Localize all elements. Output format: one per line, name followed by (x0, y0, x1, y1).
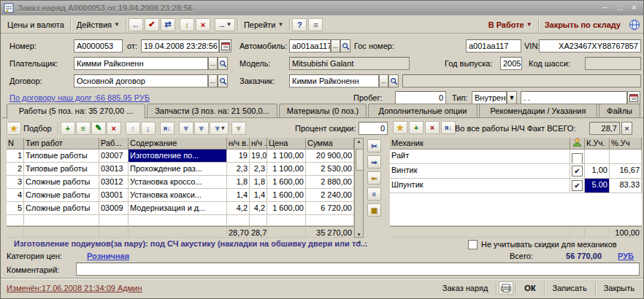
reread-icon[interactable]: ← (129, 18, 143, 31)
cell[interactable]: 4 (7, 189, 24, 202)
customer-choose-button[interactable]: ... (379, 74, 388, 88)
ok-button[interactable]: ОК (518, 279, 541, 297)
cell[interactable]: 2 530,00 (306, 163, 354, 176)
cell[interactable]: Шпунтик (390, 179, 570, 193)
print-icon[interactable] (499, 281, 513, 295)
clear-filter-icon[interactable]: ▼ (231, 122, 246, 135)
prices-currency-button[interactable]: Цены и валюта (4, 18, 68, 31)
cell[interactable]: 4,2 (250, 202, 267, 215)
cell[interactable]: 03007 (99, 150, 129, 163)
mechanic-row[interactable]: Шпунтик ✔ 5.00 83.33 (390, 179, 642, 193)
work-row[interactable]: 3 Сложные работы 03012 Установка кроссо.… (7, 176, 354, 189)
mechanic-pick-icon[interactable]: ★ (393, 121, 407, 134)
cut-rows-icon[interactable]: ✂ (367, 139, 381, 152)
contract-open-magnifier-icon[interactable] (218, 74, 228, 88)
cell[interactable]: Сложные работы (24, 176, 99, 189)
maximize-button[interactable]: □ (613, 3, 626, 13)
all-works-clear-button[interactable]: × (621, 122, 632, 135)
cell[interactable]: 4,2 (227, 202, 250, 215)
currency-link[interactable]: РУБ (618, 252, 634, 260)
cell[interactable]: 1 600,00 (267, 176, 306, 189)
tab-works[interactable]: Работы (5 поз. на: 35 270,00 ... (7, 104, 145, 119)
cell[interactable]: 2 (7, 163, 24, 176)
year-input[interactable]: 2005 (500, 57, 522, 70)
type-dropdown-arrow-icon[interactable]: ▼ (507, 91, 517, 104)
mechanic-checkbox[interactable]: ✔ (572, 180, 583, 191)
scroll-up-icon[interactable]: ▲ (356, 139, 361, 144)
cell[interactable]: 1 600,00 (267, 189, 306, 202)
cell[interactable]: 1,00 (585, 164, 610, 179)
actions-menu-button[interactable]: Действия▼ (73, 18, 123, 31)
mechanic-checkbox[interactable]: ✔ (572, 166, 583, 176)
edit-row-icon[interactable]: ✎ (91, 122, 106, 135)
mechanic-delete-icon[interactable]: × (425, 121, 440, 134)
tab-files[interactable]: Файлы (599, 104, 640, 118)
work-row-empty[interactable] (7, 215, 354, 226)
structure-subordination-icon[interactable]: ↕ (180, 18, 194, 31)
help-icon[interactable]: ? (292, 18, 307, 31)
type-date-calendar-icon[interactable] (627, 91, 640, 104)
minimize-button[interactable]: – (599, 3, 611, 13)
cell[interactable] (610, 150, 642, 164)
cell[interactable]: Модернизация и д... (129, 202, 227, 215)
cell[interactable]: 83.33 (610, 179, 642, 193)
cell[interactable]: 6 720,00 (306, 202, 354, 215)
cell[interactable]: 20 900,00 (306, 150, 354, 163)
cell[interactable]: Сложные работы (24, 202, 99, 215)
filter-settings-icon[interactable]: ▼ (194, 122, 209, 135)
contract-choose-button[interactable]: ... (208, 74, 218, 88)
number-input[interactable]: A0000053 (74, 39, 123, 53)
works-vertical-scrollbar[interactable]: ▲ ▼ (354, 138, 364, 238)
car-input[interactable]: a001aa117 Mitsubishi (289, 39, 331, 53)
set-filter-icon[interactable]: ▼ (179, 122, 193, 135)
unpost-document-icon[interactable]: × (196, 18, 210, 31)
comment-input[interactable] (76, 263, 640, 276)
copy-table-icon[interactable]: ≡ (367, 187, 381, 201)
work-row[interactable]: 4 Сложные работы 03001 Установка коакси.… (7, 189, 354, 202)
scroll-thumb[interactable] (356, 149, 364, 171)
cell[interactable]: Установка коакси... (129, 189, 227, 202)
type-date-input[interactable]: . . (521, 91, 627, 104)
customer-open-magnifier-icon[interactable] (388, 74, 399, 88)
work-row[interactable]: 1 Типовые работы 03007 Изготовление по..… (7, 150, 354, 163)
move-up-icon[interactable]: ↑ (126, 122, 140, 135)
cell[interactable]: 16,67 (610, 164, 642, 179)
cell[interactable]: 03001 (99, 189, 129, 202)
goto-menu-button[interactable]: Перейти▼ (240, 18, 288, 31)
type-select[interactable]: Внутренни (472, 91, 507, 104)
cell[interactable]: 1 100,00 (267, 150, 306, 163)
enter-on-basis-icon[interactable]: →▼ (215, 18, 235, 31)
cell[interactable]: 03013 (99, 163, 129, 176)
vin-input[interactable]: XA23467XY88767857 (539, 39, 641, 53)
add-row-icon[interactable]: + (61, 122, 75, 135)
paste-rows-icon[interactable]: ⇐ (367, 171, 381, 185)
cell[interactable]: 3 (7, 176, 24, 189)
payer-choose-button[interactable]: ... (208, 57, 218, 70)
price-category-link[interactable]: Розничная (87, 252, 129, 260)
payer-input[interactable]: Кимми Райконенн (74, 57, 208, 70)
all-works-input[interactable]: 28,7 (589, 122, 620, 135)
cell[interactable]: 1,4 (250, 189, 267, 202)
tab-parts[interactable]: Запчасти (3 поз. на: 21 500,0... (147, 104, 277, 118)
cell[interactable]: Сложные работы (24, 189, 99, 202)
selected-cell[interactable]: Изготовление по... (129, 150, 227, 163)
save-button[interactable]: Записать (547, 279, 593, 297)
post-and-close-icon[interactable]: ⇄ (161, 18, 175, 31)
tab-recommendations[interactable]: Рекомендации / Указания (479, 104, 597, 118)
post-document-icon[interactable]: ✔ (145, 18, 159, 31)
work-row[interactable]: 5 Сложные работы 03009 Модернизация и д.… (7, 202, 354, 215)
contract-debt-link[interactable]: По договору наш долг :66 885,95 РУБ (9, 93, 150, 102)
cell[interactable]: 1 100,00 (267, 163, 306, 176)
mechanics-empty-area[interactable] (390, 193, 642, 226)
work-state-button[interactable]: В Работе▼ (485, 18, 536, 31)
cell[interactable]: 2 880,00 (306, 176, 354, 189)
cell[interactable]: 2,3 (250, 163, 267, 176)
cell[interactable]: Установка кроссо... (129, 176, 227, 189)
scroll-down-icon[interactable]: ▼ (356, 232, 361, 237)
cell[interactable]: 03009 (99, 202, 129, 215)
cell[interactable]: Винтик (390, 164, 570, 179)
mechanic-add-icon[interactable]: + (409, 121, 423, 134)
close-by-stock-button[interactable]: Закрыть по складу (541, 18, 624, 31)
report-icon[interactable]: ≡ (308, 18, 323, 31)
copy-row-icon[interactable]: ≡ (76, 122, 91, 135)
